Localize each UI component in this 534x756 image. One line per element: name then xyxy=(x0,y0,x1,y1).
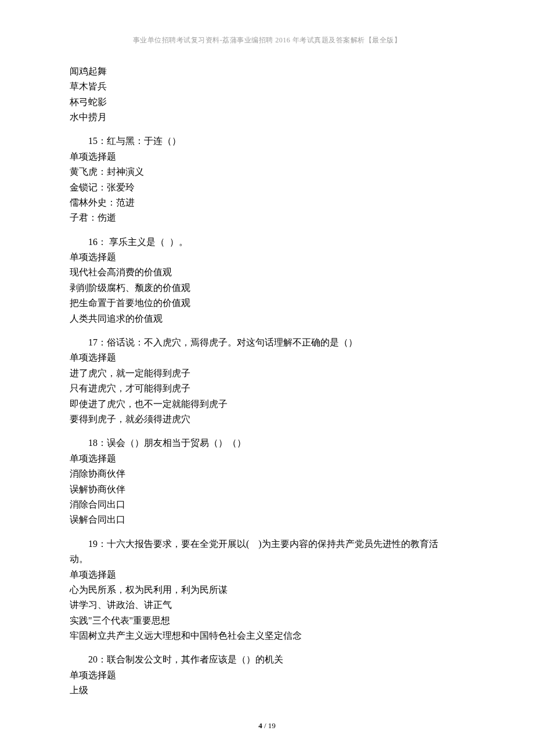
question-stem: 15：红与黑：于连（） xyxy=(70,134,464,149)
page-header: 事业单位招聘考试复习资料-荔蒲事业编招聘 2016 年考试真题及答案解析【最全版… xyxy=(70,35,464,46)
question-number: 16 xyxy=(88,237,98,247)
page-footer: 4 / 19 xyxy=(0,719,534,732)
option-text: 上级 xyxy=(70,683,464,698)
question-text: 享乐主义是（ ）。 xyxy=(107,237,188,247)
question-stem-cont: 动。 xyxy=(70,552,464,567)
question-type: 单项选择题 xyxy=(70,567,464,582)
option-text: 闻鸡起舞 xyxy=(70,64,464,79)
option-text: 心为民所系，权为民利用，利为民所谋 xyxy=(70,582,464,597)
option-text: 误解协商伙伴 xyxy=(70,482,464,497)
option-text: 消除合同出口 xyxy=(70,497,464,512)
option-text: 子君：伤逝 xyxy=(70,210,464,225)
option-text: 杯弓蛇影 xyxy=(70,95,464,110)
option-text: 讲学习、讲政治、讲正气 xyxy=(70,597,464,613)
question-number: 19 xyxy=(88,539,98,549)
option-text: 黄飞虎：封神演义 xyxy=(70,164,464,179)
page-sep: / xyxy=(262,721,268,730)
question-stem: 17：俗话说：不入虎穴，焉得虎子。对这句话理解不正确的是（） xyxy=(70,335,464,350)
content-area: 闻鸡起舞 草木皆兵 杯弓蛇影 水中捞月 15：红与黑：于连（） 单项选择题 黄飞… xyxy=(70,64,464,699)
option-text: 儒林外史：范进 xyxy=(70,195,464,210)
option-text: 即使进了虎穴，也不一定就能得到虎子 xyxy=(70,397,464,412)
question-type: 单项选择题 xyxy=(70,149,464,164)
question-stem: 20：联合制发公文时，其作者应该是（）的机关 xyxy=(70,652,464,667)
question-type: 单项选择题 xyxy=(70,451,464,466)
question-number: 18 xyxy=(88,438,98,448)
option-text: 误解合同出口 xyxy=(70,512,464,527)
page-total: 19 xyxy=(268,721,276,730)
question-stem: 19：十六大报告要求，要在全党开展以( )为主要内容的保持共产党员先进性的教育活 xyxy=(70,537,464,552)
question-text: 联合制发公文时，其作者应该是（）的机关 xyxy=(107,654,283,664)
question-stem: 18：误会（）朋友相当于贸易（）（） xyxy=(70,435,464,451)
question-number: 20 xyxy=(88,654,98,664)
option-text: 只有进虎穴，才可能得到虎子 xyxy=(70,381,464,396)
option-text: 水中捞月 xyxy=(70,110,464,125)
option-text: 人类共同追求的价值观 xyxy=(70,311,464,326)
question-text: 红与黑：于连（） xyxy=(107,136,181,146)
question-number: 15 xyxy=(88,136,98,146)
question-number: 17 xyxy=(88,337,98,347)
option-text: 现代社会高消费的价值观 xyxy=(70,265,464,280)
option-text: 牢固树立共产主义远大理想和中国特色社会主义坚定信念 xyxy=(70,628,464,643)
option-text: 把生命置于首要地位的价值观 xyxy=(70,296,464,311)
question-type: 单项选择题 xyxy=(70,250,464,265)
question-stem: 16： 享乐主义是（ ）。 xyxy=(70,235,464,250)
question-text: 俗话说：不入虎穴，焉得虎子。对这句话理解不正确的是（） xyxy=(107,337,358,347)
option-text: 消除协商伙伴 xyxy=(70,466,464,481)
option-text: 要得到虎子，就必须得进虎穴 xyxy=(70,412,464,427)
question-text: 误会（）朋友相当于贸易（）（） xyxy=(107,438,246,448)
question-type: 单项选择题 xyxy=(70,668,464,683)
question-text: 十六大报告要求，要在全党开展以( )为主要内容的保持共产党员先进性的教育活 xyxy=(107,539,438,549)
option-text: 剥削阶级腐朽、颓废的价值观 xyxy=(70,280,464,296)
option-text: 实践"三个代表"重要思想 xyxy=(70,613,464,628)
question-type: 单项选择题 xyxy=(70,350,464,365)
option-text: 进了虎穴，就一定能得到虎子 xyxy=(70,366,464,381)
option-text: 金锁记：张爱玲 xyxy=(70,180,464,195)
option-text: 草木皆兵 xyxy=(70,79,464,94)
